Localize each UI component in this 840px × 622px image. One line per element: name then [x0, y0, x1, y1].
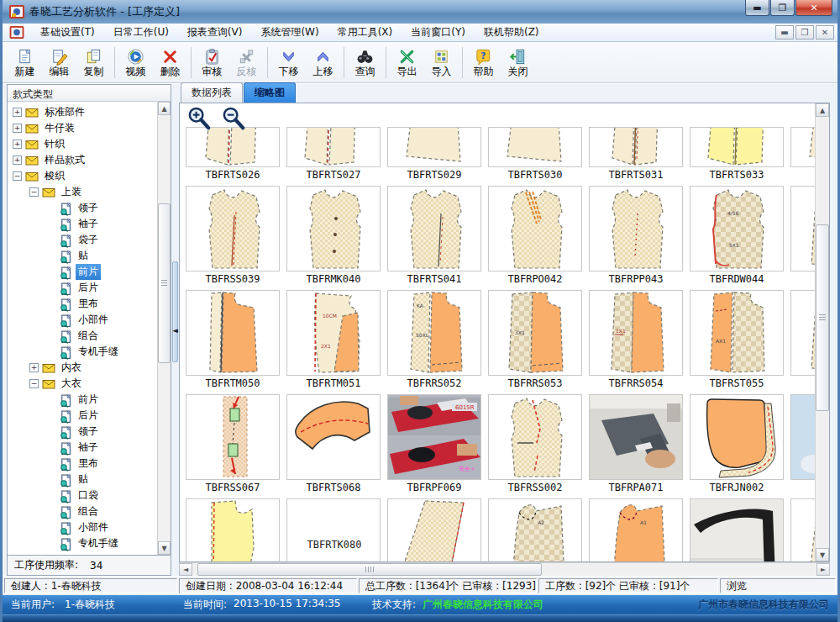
pattern-image[interactable]: [589, 186, 683, 271]
tree-item-26[interactable]: 小部件: [8, 519, 157, 535]
tab-thumbnails[interactable]: 缩略图: [244, 82, 296, 103]
toolbar-button-import-grid[interactable]: 导入: [424, 44, 459, 82]
pattern-image[interactable]: [186, 127, 280, 167]
thumbnail-TBFRTS033[interactable]: TBFRTS033: [690, 127, 784, 181]
thumbnail-cell[interactable]: [790, 127, 815, 181]
menu-item-6[interactable]: 联机帮助(Z): [475, 24, 549, 40]
thumbnail-TBFRRS053[interactable]: 3X1TBFRRS053: [488, 290, 582, 389]
pattern-image[interactable]: [186, 394, 280, 480]
thumbnail-cell[interactable]: [790, 498, 815, 561]
thumbnail-TBFRTS068[interactable]: TBFRTS068: [286, 394, 381, 493]
tree-item-19[interactable]: 后片: [8, 408, 157, 424]
toolbar-button-export-excel[interactable]: 导出: [390, 44, 424, 82]
thumbnail-TBFRSS067[interactable]: TBFRSS067: [186, 394, 280, 493]
toolbar-button-exit-door[interactable]: 关闭: [501, 44, 535, 82]
pattern-image[interactable]: [790, 290, 815, 376]
tree-item-0[interactable]: +标准部件: [8, 104, 157, 120]
mdi-close-icon[interactable]: ✕: [816, 25, 834, 40]
pattern-image[interactable]: 6015R安全+: [387, 394, 481, 480]
pattern-image[interactable]: [186, 186, 280, 271]
horizontal-scrollbar-thumb[interactable]: [197, 563, 542, 576]
pattern-image[interactable]: [387, 186, 481, 271]
toolbar-button-copy[interactable]: 复制: [76, 44, 111, 82]
tree-item-22[interactable]: 里布: [8, 456, 157, 472]
pattern-image[interactable]: AX1: [690, 290, 784, 376]
panel-splitter[interactable]: ◄: [171, 84, 179, 576]
toolbar-button-video-play[interactable]: 视频: [118, 44, 153, 82]
thumbnail-TBFRDW044[interactable]: 4/565X1TBFRDW044: [690, 186, 784, 285]
thumbnail-cell[interactable]: [387, 498, 481, 561]
pattern-image[interactable]: [690, 127, 784, 167]
tree-toggle-icon[interactable]: −: [29, 187, 39, 197]
tree-item-9[interactable]: 贴: [8, 248, 157, 264]
thumbnail-TBFRTK080[interactable]: TBFRTK080: [286, 498, 381, 561]
thumbnail-cell[interactable]: [790, 394, 815, 493]
scroll-right-icon[interactable]: ►: [816, 563, 830, 576]
menu-item-0[interactable]: 基础设置(T): [31, 24, 104, 40]
thumbnail-TBFRTS026[interactable]: TBFRTS026: [186, 127, 280, 181]
tree-item-11[interactable]: 后片: [8, 280, 157, 296]
menu-item-5[interactable]: 当前窗口(Y): [402, 24, 475, 40]
toolbar-button-delete-x[interactable]: 删除: [153, 44, 187, 82]
tree-item-6[interactable]: 领子: [8, 200, 157, 216]
mdi-minimize-icon[interactable]: ▬: [775, 25, 794, 40]
thumbnail-TBFRRS054[interactable]: 1X1TBFRRS054: [589, 290, 683, 389]
tree-item-3[interactable]: +样品款式: [8, 152, 157, 168]
thumbnail-TBFRPP043[interactable]: TBFRPP043: [589, 186, 683, 285]
thumbnail-cell[interactable]: [790, 290, 815, 389]
tree-item-7[interactable]: 袖子: [8, 216, 157, 232]
tree-scrollbar[interactable]: ▲ ▼: [157, 102, 171, 555]
minimize-icon[interactable]: ▬: [745, 0, 769, 16]
tree-toggle-icon[interactable]: +: [13, 124, 22, 133]
scroll-left-icon[interactable]: ◄: [179, 563, 192, 576]
toolbar-button-audit-check[interactable]: 审核: [195, 44, 229, 82]
tree-item-2[interactable]: +针织: [8, 136, 157, 152]
thumbnail-TBFRPA071[interactable]: TBFRPA071: [589, 394, 683, 493]
tree-item-27[interactable]: 专机手缝: [8, 535, 157, 551]
thumbnail-cell[interactable]: A2: [488, 498, 582, 561]
tree-item-12[interactable]: 里布: [8, 296, 157, 312]
scroll-up-icon[interactable]: ▲: [816, 103, 829, 117]
thumbnail-TBFRTS031[interactable]: TBFRTS031: [589, 127, 683, 181]
zoom-out-icon[interactable]: [221, 106, 247, 132]
pattern-image[interactable]: [387, 127, 481, 167]
tab-data-list[interactable]: 数据列表: [181, 82, 243, 103]
pattern-image[interactable]: 4/565X1: [690, 186, 784, 271]
tree-item-20[interactable]: 领子: [8, 424, 157, 440]
pattern-image[interactable]: [286, 186, 381, 271]
thumbnail-TBFRMK040[interactable]: TBFRMK040: [286, 186, 381, 285]
thumbnail-TBFRSS039[interactable]: TBFRSS039: [186, 186, 280, 285]
tree-item-14[interactable]: 组合: [8, 328, 157, 344]
tree-item-23[interactable]: 贴: [8, 472, 157, 488]
tree-toggle-icon[interactable]: +: [29, 363, 39, 372]
thumbnail-TBFRPF069[interactable]: 6015R安全+TBFRPF069: [387, 394, 481, 493]
collapse-arrow-icon[interactable]: ◄: [172, 326, 178, 335]
thumbnail-TBFRTS030[interactable]: TBFRTS030: [488, 127, 582, 181]
tree-item-21[interactable]: 袖子: [8, 440, 157, 456]
pattern-image[interactable]: A1: [589, 498, 683, 561]
pattern-image[interactable]: KA50XL: [387, 290, 481, 376]
toolbar-button-edit[interactable]: 编辑: [42, 44, 76, 82]
tree-item-24[interactable]: 口袋: [8, 488, 157, 503]
thumbnail-TBFRST055[interactable]: AX1TBFRST055: [690, 290, 784, 389]
pattern-image[interactable]: [186, 498, 280, 561]
pattern-image[interactable]: [488, 186, 582, 271]
pattern-image[interactable]: [690, 498, 784, 561]
toolbar-button-move-up[interactable]: 上移: [306, 44, 340, 82]
thumbnail-TBFRTM050[interactable]: TBFRTM050: [186, 290, 280, 389]
tree-toggle-icon[interactable]: −: [13, 171, 22, 181]
tree-item-1[interactable]: +牛仔装: [8, 120, 157, 136]
pattern-image[interactable]: [790, 394, 815, 480]
thumbnail-TBFRTS027[interactable]: TBFRTS027: [286, 127, 381, 181]
thumbnail-TBFRJN002[interactable]: TBFRJN002: [690, 394, 784, 493]
tree-toggle-icon[interactable]: +: [13, 140, 22, 149]
vertical-scrollbar[interactable]: ▲ ▼: [815, 103, 829, 561]
pattern-image[interactable]: [286, 394, 381, 480]
pattern-image[interactable]: [589, 394, 683, 480]
tree-item-17[interactable]: −大衣: [8, 376, 157, 392]
tree-item-16[interactable]: +内衣: [8, 360, 157, 376]
menu-item-3[interactable]: 系统管理(W): [251, 24, 328, 40]
tree-item-25[interactable]: 组合: [8, 503, 157, 519]
tree-toggle-icon[interactable]: −: [29, 379, 39, 388]
toolbar-button-help[interactable]: ?帮助: [466, 44, 501, 82]
